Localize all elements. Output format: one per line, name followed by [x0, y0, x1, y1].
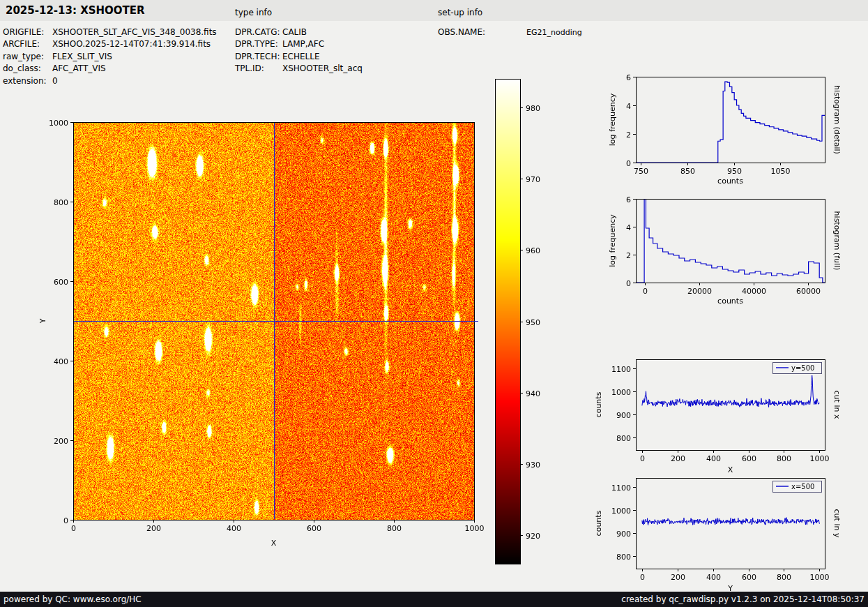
metadata-row: extension:0: [3, 76, 217, 88]
cut-in-x-plot: [586, 352, 868, 488]
metadata-value: 0: [52, 76, 58, 86]
metadata-column-file: ORIGFILE:XSHOOTER_SLT_AFC_VIS_348_0038.f…: [3, 27, 217, 88]
footer-left-text: powered by QC: www.eso.org/HC: [3, 594, 142, 604]
footer-right-text: created by qc_rawdisp.py v1.2.3 on 2025-…: [621, 594, 865, 604]
histogram-detail-canvas: [593, 66, 868, 199]
metadata-row: DPR.TYPE:LAMP,AFC: [235, 39, 363, 51]
metadata-row: ORIGFILE:XSHOOTER_SLT_AFC_VIS_348_0038.f…: [3, 27, 217, 39]
cut-in-x-canvas: [586, 352, 868, 488]
setup-info-label: set-up info: [438, 8, 482, 17]
metadata-label: DPR.TYPE:: [235, 39, 282, 49]
metadata-label: TPL.ID:: [235, 63, 282, 73]
metadata-row: TPL.ID:XSHOOTER_slt_acq: [235, 63, 363, 75]
metadata-label: OBS.NAME:: [438, 27, 526, 37]
metadata-value: XSHOOTER_slt_acq: [282, 63, 363, 73]
metadata-value: FLEX_SLIT_VIS: [52, 52, 112, 61]
metadata-label: ARCFILE:: [3, 39, 52, 49]
histogram-detail-plot: [593, 66, 868, 199]
raw-frame-canvas: [28, 108, 492, 562]
metadata-row: DPR.CATG:CALIB: [235, 27, 363, 39]
metadata-column-setup-info: OBS.NAME:EG21_nodding: [438, 27, 582, 39]
metadata-label: DPR.TECH:: [235, 52, 282, 61]
colorbar-canvas: [492, 73, 554, 572]
metadata-value: XSHOO.2025-12-14T07:41:39.914.fits: [52, 39, 211, 49]
page-title: 2025-12-13: XSHOOTER: [6, 4, 145, 17]
cut-in-y-plot: [586, 471, 868, 597]
metadata-value: EG21_nodding: [526, 28, 582, 37]
metadata-row: ARCFILE:XSHOO.2025-12-14T07:41:39.914.fi…: [3, 39, 217, 51]
metadata-label: extension:: [3, 76, 52, 86]
histogram-full-canvas: [593, 188, 868, 321]
metadata-value: LAMP,AFC: [282, 39, 324, 49]
metadata-row: OBS.NAME:EG21_nodding: [438, 27, 582, 39]
metadata-row: DPR.TECH:ECHELLE: [235, 52, 363, 63]
qc-report-page: 2025-12-13: XSHOOTER type info set-up in…: [0, 0, 868, 607]
header-bar: 2025-12-13: XSHOOTER type info set-up in…: [0, 0, 868, 21]
metadata-row: do_class:AFC_ATT_VIS: [3, 63, 217, 75]
metadata-label: do_class:: [3, 63, 52, 73]
metadata-value: XSHOOTER_SLT_AFC_VIS_348_0038.fits: [52, 27, 217, 37]
metadata-column-type-info: DPR.CATG:CALIB DPR.TYPE:LAMP,AFC DPR.TEC…: [235, 27, 363, 76]
metadata-label: ORIGFILE:: [3, 27, 52, 37]
metadata-label: DPR.CATG:: [235, 27, 282, 37]
type-info-label: type info: [235, 8, 272, 17]
metadata-value: AFC_ATT_VIS: [52, 63, 106, 73]
metadata-value: ECHELLE: [282, 52, 320, 61]
metadata-row: raw_type:FLEX_SLIT_VIS: [3, 52, 217, 63]
footer-bar: powered by QC: www.eso.org/HC created by…: [0, 592, 868, 607]
raw-frame-plot: [28, 108, 492, 562]
colorbar: [492, 73, 554, 572]
metadata-value: CALIB: [282, 27, 307, 37]
metadata-label: raw_type:: [3, 52, 52, 61]
histogram-full-plot: [593, 188, 868, 321]
cut-in-y-canvas: [586, 471, 868, 597]
